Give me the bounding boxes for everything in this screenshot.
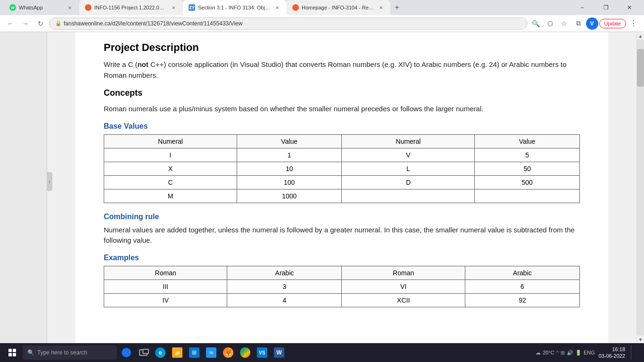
cortana-circle	[122, 348, 131, 357]
weather-icon: ☁	[536, 350, 541, 356]
cell: M	[104, 189, 237, 203]
tab-zy3134-close[interactable]: ✕	[273, 4, 281, 11]
store-icon: ⊞	[189, 347, 199, 358]
profile-button[interactable]: V	[586, 17, 598, 30]
cell	[342, 189, 475, 203]
tab-whatsapp-close[interactable]: ✕	[66, 4, 74, 11]
scrollbar-track[interactable]	[637, 40, 644, 336]
tab-info3104[interactable]: Homepage - INFO-3104 - Relatic ✕	[287, 0, 390, 15]
info3104-favicon	[292, 4, 299, 11]
tab-info1156[interactable]: INFO-1156 Project 1.2022.01 (v1. ✕	[79, 0, 183, 15]
examples-table: Roman Arabic Roman Arabic III 3 VI 6 IV	[104, 266, 580, 307]
toolbar-right: 🔍 ⬡ ☆ ⧉ V Update ⋮	[529, 17, 640, 30]
store-taskbar-icon[interactable]: ⊞	[187, 345, 202, 360]
back-button[interactable]: ←	[4, 17, 17, 30]
cortana-icon[interactable]	[119, 345, 134, 360]
word-taskbar-icon[interactable]: W	[272, 345, 287, 360]
date: 03-06-2022	[599, 353, 625, 359]
cell: C	[104, 175, 237, 189]
windows-logo-icon	[8, 349, 16, 356]
cell: 1	[237, 148, 342, 162]
cell: 100	[237, 175, 342, 189]
left-sidebar: ›	[0, 32, 47, 343]
cell: I	[104, 148, 237, 162]
project-description-text: Write a C (not C++) console application …	[104, 59, 580, 81]
sidebar-toggle[interactable]: ›	[47, 172, 52, 191]
taskbar-search-icon: 🔍	[27, 349, 34, 356]
table-row: C 100 D 500	[104, 175, 580, 189]
browser-content: › Project Description Write a C (not C++…	[0, 32, 644, 343]
battery-icon: 🔋	[575, 350, 582, 356]
base-values-heading: Base Values	[104, 122, 580, 131]
info1156-favicon	[85, 4, 91, 11]
task-view-shape	[139, 349, 148, 356]
new-tab-button[interactable]: +	[390, 1, 404, 14]
scrollbar-thumb[interactable]	[637, 49, 644, 87]
word-icon: W	[274, 347, 284, 358]
mail-taskbar-icon[interactable]: ✉	[204, 345, 219, 360]
temperature-display: 20°C	[543, 350, 554, 355]
tab-whatsapp[interactable]: W WhatsApp ✕	[4, 0, 79, 15]
tab-zy3134[interactable]: ZY Section 3.1 - INFO 3134: Object C ✕	[183, 0, 287, 15]
right-scrollbar[interactable]: ▲ ▼	[636, 32, 644, 343]
task-view-icon[interactable]	[136, 345, 151, 360]
clock-display[interactable]: 16:18 03-06-2022	[599, 346, 625, 360]
cell: V	[342, 148, 475, 162]
col-value1: Value	[237, 134, 342, 148]
table-row: IV 4 XCII 92	[104, 293, 580, 307]
reload-button[interactable]: ↻	[34, 17, 47, 30]
tab-info3104-close[interactable]: ✕	[377, 4, 385, 11]
col-numeral1: Numeral	[104, 134, 237, 148]
taskbar-search-placeholder: Type here to search	[37, 349, 87, 356]
tab-info1156-close[interactable]: ✕	[170, 4, 177, 11]
scroll-up-button[interactable]: ▲	[637, 32, 644, 40]
cell: 3	[227, 280, 342, 293]
cell: XCII	[342, 293, 465, 307]
zy-favicon: ZY	[189, 4, 195, 11]
forward-button[interactable]: →	[19, 17, 32, 30]
show-desktop-button[interactable]	[631, 346, 640, 360]
table-row: III 3 VI 6	[104, 280, 580, 293]
cell: X	[104, 162, 237, 175]
search-toolbar-icon[interactable]: 🔍	[529, 17, 543, 30]
restore-button[interactable]: ❐	[595, 0, 617, 15]
chrome-icon	[240, 347, 250, 358]
page-content: Project Description Write a C (not C++) …	[75, 32, 608, 343]
cell: 500	[475, 175, 580, 189]
firefox-icon: 🦊	[223, 347, 233, 358]
system-tray: ☁ 20°C ^ ⊞ 🔊 🔋 ENG 16:18 03-06-2022	[536, 346, 640, 360]
tab-whatsapp-label: WhatsApp	[19, 5, 63, 10]
file-explorer-taskbar-icon[interactable]: 📁	[170, 345, 185, 360]
chevron-up-icon[interactable]: ^	[556, 350, 559, 355]
update-button[interactable]: Update	[599, 19, 626, 28]
taskbar-search[interactable]: 🔍 Type here to search	[23, 346, 117, 360]
profile-share-icon[interactable]: ⬡	[544, 17, 557, 30]
vscode-taskbar-icon[interactable]: VS	[255, 345, 270, 360]
window-split-icon[interactable]: ⧉	[572, 17, 585, 30]
cell: 6	[465, 280, 579, 293]
tray-icons: ☁ 20°C ^ ⊞ 🔊 🔋 ENG	[536, 350, 595, 356]
more-menu-button[interactable]: ⋮	[627, 17, 640, 30]
edge-taskbar-icon[interactable]: e	[153, 345, 168, 360]
start-button[interactable]	[4, 344, 21, 361]
title-bar: W WhatsApp ✕ INFO-1156 Project 1.2022.01…	[0, 0, 644, 15]
cell: 5	[475, 148, 580, 162]
minimize-button[interactable]: –	[571, 0, 593, 15]
whatsapp-favicon: W	[9, 4, 16, 11]
cell: VI	[342, 280, 465, 293]
scroll-down-button[interactable]: ▼	[637, 336, 644, 343]
edge-icon: e	[155, 347, 165, 358]
network-icon: ⊞	[561, 350, 565, 356]
bookmark-icon[interactable]: ☆	[558, 17, 571, 30]
mail-icon: ✉	[206, 347, 216, 358]
chrome-taskbar-icon[interactable]	[238, 345, 253, 360]
firefox-taskbar-icon[interactable]: 🦊	[221, 345, 236, 360]
url-bar[interactable]: 🔒 fanshaweonline.ca/d2l/le/content/13267…	[49, 17, 528, 30]
combining-rule-text: Numeral values are added together, unles…	[104, 225, 580, 246]
col-roman2: Roman	[342, 266, 465, 280]
volume-icon[interactable]: 🔊	[567, 350, 573, 356]
cell: 50	[475, 162, 580, 175]
combining-rule-heading: Combining rule	[104, 213, 580, 221]
close-button[interactable]: ✕	[619, 0, 640, 15]
tab-zy3134-label: Section 3.1 - INFO 3134: Object C	[198, 5, 271, 10]
